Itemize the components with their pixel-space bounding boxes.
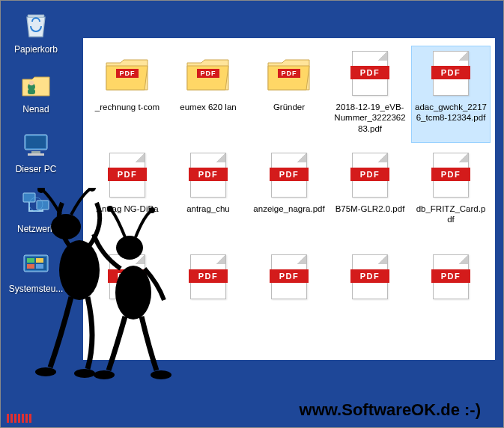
this-pc-icon [19, 128, 52, 161]
svg-point-1 [29, 81, 34, 85]
pdf-file-item[interactable]: PDFadac_gwchk_22176_tcm8-12334.pdf [411, 46, 491, 143]
desktop-icon-label: Papierkorb [14, 44, 58, 55]
user-folder-icon [19, 68, 52, 101]
file-label: anzeige_nagra.pdf [253, 204, 324, 214]
pdf-file-item[interactable]: PDF2018-12-19_eVB-Nummer_322236283.pdf [330, 46, 410, 143]
svg-text:PDF: PDF [282, 70, 297, 77]
file-label: Gründer [273, 102, 305, 112]
pdf-file-item[interactable]: PDF [88, 249, 167, 346]
pdf-file-item[interactable]: PDFdb_FRITZ_Card.pdf [411, 147, 491, 245]
pdf-icon: PDF [346, 151, 394, 199]
watermark-text: www.SoftwareOK.de :-) [300, 400, 481, 420]
pdf-icon: PDF [427, 253, 475, 301]
svg-rect-2 [28, 89, 35, 94]
file-label: eumex 620 lan [180, 102, 236, 112]
folder-icon: PDF [184, 49, 232, 97]
desktop-icon-recycle-bin[interactable]: Papierkorb [7, 8, 65, 55]
desktop-icon-column: Papierkorb Nenad Dieser PC [7, 8, 65, 294]
svg-rect-7 [23, 193, 35, 202]
svg-rect-14 [27, 264, 34, 269]
desktop-icon-label: Dieser PC [16, 164, 57, 174]
desktop-icon-this-pc[interactable]: Dieser PC [7, 128, 65, 174]
pdf-icon: PDF [103, 253, 151, 301]
desktop-icon-label: Systemsteu... [9, 284, 64, 294]
pdf-icon: PDF [265, 253, 313, 301]
svg-rect-6 [28, 153, 44, 156]
pdf-file-item[interactable]: PDF [168, 249, 248, 346]
pdf-icon: PDF [427, 151, 475, 199]
folder-icon: PDF [265, 49, 313, 97]
taskbar-indicator-icon [7, 414, 32, 423]
pdf-file-item[interactable]: PDF [411, 249, 491, 346]
folder-item[interactable]: PDF Gründer [249, 46, 329, 143]
pdf-file-item[interactable]: PDF [330, 249, 410, 346]
recycle-bin-icon [19, 8, 52, 41]
pdf-icon: PDF [427, 49, 475, 97]
file-label: antrag_chu [186, 204, 230, 214]
svg-text:PDF: PDF [120, 70, 136, 77]
svg-rect-13 [36, 258, 43, 263]
file-label: B75M-GLR2.0.pdf [336, 204, 405, 214]
file-label: db_FRITZ_Card.pdf [414, 204, 488, 225]
file-label: Antrag NG-DiBa [96, 204, 158, 214]
pdf-icon: PDF [265, 151, 313, 199]
folder-icon: PDF [103, 49, 151, 97]
desktop-icon-label: Nenad [22, 104, 49, 114]
pdf-file-item[interactable]: PDFantrag_chu [168, 147, 248, 245]
pdf-icon: PDF [184, 151, 232, 199]
folder-item[interactable]: PDF _rechnung t-com [88, 46, 167, 143]
network-icon [19, 188, 52, 221]
svg-point-33 [151, 370, 171, 379]
desktop-icon-control-panel[interactable]: Systemsteu... [7, 248, 65, 294]
control-panel-icon [19, 248, 52, 281]
file-label: _rechnung t-com [95, 102, 160, 112]
svg-rect-5 [31, 151, 40, 153]
pdf-file-item[interactable]: PDFanzeige_nagra.pdf [249, 147, 329, 245]
pdf-icon: PDF [346, 49, 394, 97]
desktop-icon-network[interactable]: Netzwerk [7, 188, 65, 234]
svg-point-32 [94, 370, 115, 379]
desktop-icon-user-folder[interactable]: Nenad [7, 68, 65, 114]
pdf-icon: PDF [346, 253, 394, 301]
file-label: 2018-12-19_eVB-Nummer_322236283.pdf [333, 102, 407, 134]
svg-rect-12 [27, 258, 34, 263]
svg-rect-15 [36, 264, 43, 269]
svg-point-26 [35, 367, 56, 376]
desktop-icon-label: Netzwerk [17, 224, 55, 234]
folder-item[interactable]: PDF eumex 620 lan [168, 46, 248, 143]
pdf-icon: PDF [184, 253, 232, 301]
svg-point-27 [74, 369, 95, 378]
pdf-icon: PDF [103, 151, 151, 199]
folder-view[interactable]: PDF _rechnung t-com PDF eumex 620 lan PD… [83, 38, 495, 360]
svg-rect-4 [26, 136, 46, 148]
pdf-file-item[interactable]: PDFAntrag NG-DiBa [88, 147, 167, 245]
file-label: adac_gwchk_22176_tcm8-12334.pdf [414, 102, 488, 123]
pdf-file-item[interactable]: PDF [249, 249, 329, 346]
pdf-file-item[interactable]: PDFB75M-GLR2.0.pdf [330, 147, 410, 245]
svg-text:PDF: PDF [201, 70, 216, 77]
